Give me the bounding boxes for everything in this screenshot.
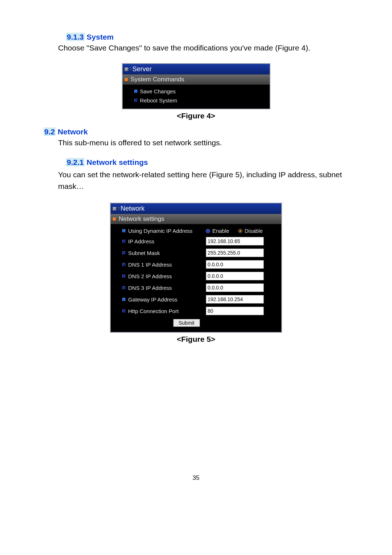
bullet-icon bbox=[122, 251, 126, 255]
dots-icon: ::: bbox=[130, 66, 131, 70]
figure4-caption: <Figure 4> bbox=[44, 112, 348, 120]
figure4-panel: ::: Server System Commands Save Changes … bbox=[122, 63, 270, 109]
gateway-input[interactable] bbox=[206, 295, 264, 304]
radio-icon bbox=[238, 229, 242, 233]
section-title-913: System bbox=[87, 33, 114, 41]
header-square-icon bbox=[113, 207, 117, 211]
section-body-921: You can set the network-related setting … bbox=[58, 169, 348, 192]
figure5-header: ::: Network bbox=[111, 203, 281, 214]
figure5-panel: ::: Network Network settings Using Dynam… bbox=[110, 203, 282, 333]
dns2-input[interactable] bbox=[206, 272, 264, 280]
bullet-icon bbox=[122, 263, 126, 266]
section-body-913: Choose "Save Changes" to save the modifi… bbox=[58, 44, 348, 52]
section-title-92: Network bbox=[58, 127, 88, 136]
section-number-92: 9.2 bbox=[44, 127, 56, 136]
ip-row: IP Address bbox=[112, 235, 280, 247]
radio-icon bbox=[206, 229, 210, 233]
figure5-sub-title: Network settings bbox=[119, 215, 164, 223]
ip-label: IP Address bbox=[128, 238, 154, 244]
dns3-row: DNS 3 IP Address bbox=[112, 282, 280, 293]
bullet-icon bbox=[113, 218, 116, 221]
dns2-row: DNS 2 IP Address bbox=[112, 270, 280, 282]
subnet-label: Subnet Mask bbox=[128, 250, 160, 256]
submit-button[interactable]: Submit bbox=[173, 319, 200, 327]
figure4-sub-title: System Commands bbox=[131, 76, 184, 83]
section-number-921: 9.2.1 bbox=[66, 158, 85, 166]
dns3-label: DNS 3 IP Address bbox=[128, 285, 172, 291]
dhcp-enable-label: Enable bbox=[212, 228, 229, 234]
http-row: Http Connection Port bbox=[112, 305, 280, 317]
figure4-title: Server bbox=[132, 65, 152, 73]
dhcp-enable-radio[interactable]: Enable bbox=[206, 228, 229, 234]
dns2-label: DNS 2 IP Address bbox=[128, 273, 172, 279]
section-title-921: Network settings bbox=[87, 158, 148, 166]
subnet-input[interactable] bbox=[206, 248, 264, 257]
bullet-icon bbox=[122, 275, 126, 278]
save-changes-item[interactable]: Save Changes bbox=[124, 87, 268, 96]
header-square-icon bbox=[125, 68, 128, 71]
reboot-system-item[interactable]: Reboot System bbox=[124, 96, 268, 105]
submit-row: Submit bbox=[112, 317, 280, 328]
dns1-input[interactable] bbox=[206, 260, 264, 269]
bullet-icon bbox=[122, 229, 126, 232]
gateway-label: Gateway IP Address bbox=[128, 296, 177, 303]
subnet-row: Subnet Mask bbox=[112, 247, 280, 259]
figure4-subheader: System Commands bbox=[123, 74, 270, 85]
section-number-913: 9.1.3 bbox=[66, 33, 85, 41]
dns1-label: DNS 1 IP Address bbox=[128, 262, 172, 268]
dns3-input[interactable] bbox=[206, 283, 264, 292]
http-label: Http Connection Port bbox=[128, 308, 179, 314]
dhcp-row: Using Dynamic IP Address Enable Disable bbox=[112, 226, 280, 235]
save-changes-label: Save Changes bbox=[140, 88, 176, 94]
bullet-icon bbox=[134, 90, 138, 93]
bullet-icon bbox=[125, 78, 128, 81]
page-number: 35 bbox=[44, 474, 348, 482]
reboot-system-label: Reboot System bbox=[140, 97, 177, 104]
bullet-icon bbox=[122, 286, 126, 289]
dhcp-disable-label: Disable bbox=[245, 228, 263, 234]
figure5-caption: <Figure 5> bbox=[44, 335, 348, 344]
bullet-icon bbox=[134, 99, 138, 102]
ip-input[interactable] bbox=[206, 237, 264, 246]
figure4-header: ::: Server bbox=[123, 64, 270, 74]
bullet-icon bbox=[122, 240, 126, 243]
bullet-icon bbox=[122, 298, 126, 301]
dots-icon: ::: bbox=[118, 206, 119, 210]
figure5-title: Network bbox=[121, 205, 144, 212]
bullet-icon bbox=[122, 309, 126, 313]
section-body-92: This sub-menu is offered to set network … bbox=[58, 138, 348, 147]
dhcp-disable-radio[interactable]: Disable bbox=[238, 228, 263, 234]
http-input[interactable] bbox=[206, 307, 264, 315]
dns1-row: DNS 1 IP Address bbox=[112, 259, 280, 270]
figure5-subheader: Network settings bbox=[111, 214, 281, 224]
dhcp-label: Using Dynamic IP Address bbox=[128, 228, 192, 234]
gateway-row: Gateway IP Address bbox=[112, 293, 280, 305]
